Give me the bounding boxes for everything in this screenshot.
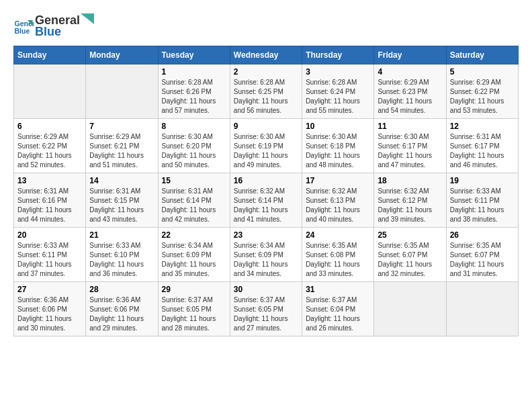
day-content: Sunrise: 6:28 AM Sunset: 6:26 PM Dayligh… [162,78,226,116]
day-number: 21 [89,230,154,240]
logo: General Blue General Blue [13,13,95,39]
day-number: 3 [306,67,370,77]
day-content: Sunrise: 6:33 AM Sunset: 6:11 PM Dayligh… [450,187,515,224]
header-wednesday: Wednesday [230,46,302,64]
day-content: Sunrise: 6:29 AM Sunset: 6:23 PM Dayligh… [378,78,442,116]
header-tuesday: Tuesday [158,46,230,64]
svg-marker-3 [81,13,94,24]
page-header: General Blue General Blue [13,13,519,39]
day-content: Sunrise: 6:37 AM Sunset: 6:05 PM Dayligh… [234,295,298,333]
header-saturday: Saturday [446,46,518,64]
cell-3-5: 25Sunrise: 6:35 AM Sunset: 6:07 PM Dayli… [374,228,446,282]
cell-1-5: 11Sunrise: 6:30 AM Sunset: 6:17 PM Dayli… [374,119,446,173]
cell-2-6: 19Sunrise: 6:33 AM Sunset: 6:11 PM Dayli… [446,173,518,228]
day-content: Sunrise: 6:30 AM Sunset: 6:19 PM Dayligh… [234,132,298,170]
day-number: 20 [17,230,82,240]
day-number: 14 [89,176,154,185]
day-content: Sunrise: 6:29 AM Sunset: 6:21 PM Dayligh… [89,132,154,170]
day-content: Sunrise: 6:35 AM Sunset: 6:08 PM Dayligh… [306,241,370,279]
day-content: Sunrise: 6:31 AM Sunset: 6:16 PM Dayligh… [17,187,82,224]
week-row-1: 1Sunrise: 6:28 AM Sunset: 6:26 PM Daylig… [14,64,519,119]
day-content: Sunrise: 6:31 AM Sunset: 6:14 PM Dayligh… [162,187,226,224]
day-number: 29 [162,285,226,294]
day-content: Sunrise: 6:30 AM Sunset: 6:17 PM Dayligh… [378,132,442,170]
day-content: Sunrise: 6:37 AM Sunset: 6:04 PM Dayligh… [306,295,370,333]
day-number: 18 [378,176,442,185]
cell-1-4: 10Sunrise: 6:30 AM Sunset: 6:18 PM Dayli… [302,119,374,173]
cell-1-6: 12Sunrise: 6:31 AM Sunset: 6:17 PM Dayli… [446,119,518,173]
day-number: 26 [450,230,515,240]
cell-2-4: 17Sunrise: 6:32 AM Sunset: 6:13 PM Dayli… [302,173,374,228]
cell-4-2: 29Sunrise: 6:37 AM Sunset: 6:05 PM Dayli… [158,282,230,336]
cell-0-4: 3Sunrise: 6:28 AM Sunset: 6:24 PM Daylig… [302,64,374,119]
header-thursday: Thursday [302,46,374,64]
day-content: Sunrise: 6:29 AM Sunset: 6:22 PM Dayligh… [450,78,515,116]
day-content: Sunrise: 6:36 AM Sunset: 6:06 PM Dayligh… [17,295,82,333]
cell-4-6 [446,282,518,336]
day-number: 6 [17,122,82,131]
cell-1-3: 9Sunrise: 6:30 AM Sunset: 6:19 PM Daylig… [230,119,302,173]
cell-2-5: 18Sunrise: 6:32 AM Sunset: 6:12 PM Dayli… [374,173,446,228]
day-content: Sunrise: 6:34 AM Sunset: 6:09 PM Dayligh… [234,241,298,279]
day-number: 27 [17,285,82,294]
day-number: 9 [234,122,298,131]
cell-2-0: 13Sunrise: 6:31 AM Sunset: 6:16 PM Dayli… [14,173,86,228]
day-number: 10 [306,122,370,131]
day-number: 25 [378,230,442,240]
cell-3-1: 21Sunrise: 6:33 AM Sunset: 6:10 PM Dayli… [86,228,158,282]
header-row: SundayMondayTuesdayWednesdayThursdayFrid… [14,46,519,64]
day-content: Sunrise: 6:31 AM Sunset: 6:15 PM Dayligh… [89,187,154,224]
week-row-3: 13Sunrise: 6:31 AM Sunset: 6:16 PM Dayli… [14,173,519,228]
cell-3-4: 24Sunrise: 6:35 AM Sunset: 6:08 PM Dayli… [302,228,374,282]
day-content: Sunrise: 6:30 AM Sunset: 6:20 PM Dayligh… [162,132,226,170]
calendar-table: SundayMondayTuesdayWednesdayThursdayFrid… [13,46,519,336]
logo-icon: General Blue [13,16,34,36]
cell-4-3: 30Sunrise: 6:37 AM Sunset: 6:05 PM Dayli… [230,282,302,336]
day-number: 15 [162,176,226,185]
cell-2-1: 14Sunrise: 6:31 AM Sunset: 6:15 PM Dayli… [86,173,158,228]
day-content: Sunrise: 6:36 AM Sunset: 6:06 PM Dayligh… [89,295,154,333]
day-content: Sunrise: 6:33 AM Sunset: 6:10 PM Dayligh… [89,241,154,279]
svg-text:Blue: Blue [15,27,30,35]
cell-3-0: 20Sunrise: 6:33 AM Sunset: 6:11 PM Dayli… [14,228,86,282]
header-sunday: Sunday [14,46,86,64]
cell-0-1 [86,64,158,119]
day-content: Sunrise: 6:32 AM Sunset: 6:14 PM Dayligh… [234,187,298,224]
logo-arrow-icon [81,13,94,24]
day-number: 16 [234,176,298,185]
day-content: Sunrise: 6:35 AM Sunset: 6:07 PM Dayligh… [378,241,442,279]
day-content: Sunrise: 6:33 AM Sunset: 6:11 PM Dayligh… [17,241,82,279]
day-number: 5 [450,67,515,77]
day-number: 28 [89,285,154,294]
cell-0-2: 1Sunrise: 6:28 AM Sunset: 6:26 PM Daylig… [158,64,230,119]
week-row-5: 27Sunrise: 6:36 AM Sunset: 6:06 PM Dayli… [14,282,519,336]
week-row-4: 20Sunrise: 6:33 AM Sunset: 6:11 PM Dayli… [14,228,519,282]
cell-1-0: 6Sunrise: 6:29 AM Sunset: 6:22 PM Daylig… [14,119,86,173]
day-content: Sunrise: 6:32 AM Sunset: 6:13 PM Dayligh… [306,187,370,224]
day-number: 8 [162,122,226,131]
week-row-2: 6Sunrise: 6:29 AM Sunset: 6:22 PM Daylig… [14,119,519,173]
day-content: Sunrise: 6:31 AM Sunset: 6:17 PM Dayligh… [450,132,515,170]
day-number: 13 [17,176,82,185]
cell-3-2: 22Sunrise: 6:34 AM Sunset: 6:09 PM Dayli… [158,228,230,282]
day-number: 31 [306,285,370,294]
day-number: 4 [378,67,442,77]
day-number: 1 [162,67,226,77]
day-number: 2 [234,67,298,77]
day-content: Sunrise: 6:30 AM Sunset: 6:18 PM Dayligh… [306,132,370,170]
day-number: 11 [378,122,442,131]
day-number: 12 [450,122,515,131]
day-content: Sunrise: 6:32 AM Sunset: 6:12 PM Dayligh… [378,187,442,224]
cell-4-1: 28Sunrise: 6:36 AM Sunset: 6:06 PM Dayli… [86,282,158,336]
cell-2-2: 15Sunrise: 6:31 AM Sunset: 6:14 PM Dayli… [158,173,230,228]
cell-3-3: 23Sunrise: 6:34 AM Sunset: 6:09 PM Dayli… [230,228,302,282]
day-number: 23 [234,230,298,240]
cell-0-0 [14,64,86,119]
cell-1-1: 7Sunrise: 6:29 AM Sunset: 6:21 PM Daylig… [86,119,158,173]
day-number: 24 [306,230,370,240]
cell-3-6: 26Sunrise: 6:35 AM Sunset: 6:07 PM Dayli… [446,228,518,282]
day-number: 7 [89,122,154,131]
day-number: 22 [162,230,226,240]
day-content: Sunrise: 6:28 AM Sunset: 6:24 PM Dayligh… [306,78,370,116]
header-monday: Monday [86,46,158,64]
